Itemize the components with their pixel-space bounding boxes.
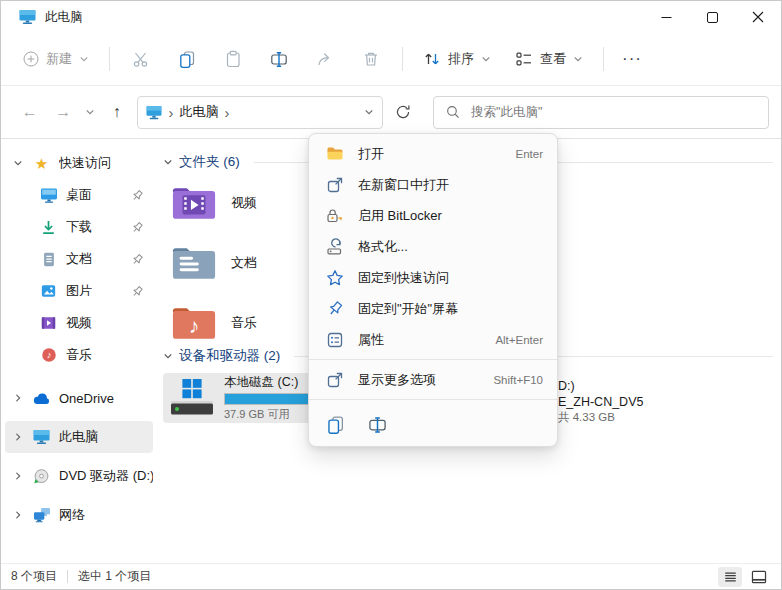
recent-locations-button[interactable] [80,96,100,128]
sidebar-item-quick-access[interactable]: ★ 快速访问 [5,147,153,179]
new-button[interactable]: 新建 [11,41,101,77]
dvd-name-line2: E_ZH-CN_DV5 [558,395,643,411]
menu-item-open[interactable]: 打开 Enter [309,138,557,169]
chevron-right-icon[interactable] [13,393,24,403]
search-icon [446,105,460,119]
toolbar-divider [402,47,403,71]
breadcrumb-separator: › [224,105,229,120]
sidebar-item-dvd-drive[interactable]: DVD 驱动器 (D:) C [5,460,153,492]
chevron-down-icon [79,54,89,64]
download-icon [39,219,58,236]
trash-icon [362,50,380,68]
network-icon [32,507,51,523]
back-button[interactable]: ← [13,96,47,128]
up-button[interactable]: ↑ [100,96,134,128]
menu-item-show-more-options[interactable]: 显示更多选项 Shift+F10 [309,364,557,395]
sidebar-item-documents[interactable]: 文档 [5,243,153,275]
sort-button[interactable]: 排序 [411,41,503,77]
this-pc-icon [146,105,162,120]
large-icons-view-button[interactable] [747,567,771,587]
maximize-icon [707,12,718,23]
view-toggle-group [718,567,771,587]
up-icon: ↑ [113,103,121,121]
svg-text:♪: ♪ [189,314,200,337]
menu-item-properties[interactable]: 属性 Alt+Enter [309,324,557,355]
copy-button[interactable] [164,41,210,77]
titlebar: 此电脑 [1,1,781,33]
paste-button[interactable] [210,41,256,77]
status-divider [67,570,68,583]
sidebar-item-label: 网络 [59,506,85,524]
sidebar-item-label: 快速访问 [59,154,111,172]
chevron-right-icon[interactable] [13,510,24,520]
sidebar-item-this-pc[interactable]: 此电脑 [5,421,153,453]
menu-item-label: 打开 [358,145,503,163]
properties-icon [325,331,345,349]
rename-button[interactable] [361,409,393,439]
view-button[interactable]: 查看 [503,41,595,77]
copy-button[interactable] [319,409,351,439]
forward-button[interactable]: → [47,96,81,128]
view-button-label: 查看 [540,50,566,68]
this-pc-icon [32,429,51,445]
sidebar-item-pictures[interactable]: 图片 [5,275,153,307]
pin-icon [131,221,144,234]
minimize-button[interactable] [643,1,689,33]
address-bar[interactable]: › 此电脑 › [137,96,383,129]
paste-clipboard-icon [224,50,242,68]
refresh-button[interactable] [386,96,420,128]
chevron-down-icon[interactable] [13,158,24,168]
navigation-pane: ★ 快速访问 桌面 下载 文档 图片 视频 ♪ 音乐 [1,139,157,563]
ellipsis-icon: ··· [622,49,642,69]
sidebar-item-onedrive[interactable]: OneDrive [5,382,153,414]
close-icon [752,11,764,23]
delete-button[interactable] [348,41,394,77]
menu-item-format[interactable]: 格式化... [309,231,557,262]
share-button[interactable] [302,41,348,77]
document-icon [39,251,58,268]
close-button[interactable] [735,1,781,33]
pin-icon [131,189,144,202]
menu-footer [309,404,557,444]
menu-item-label: 属性 [358,331,482,349]
sidebar-item-desktop[interactable]: 桌面 [5,179,153,211]
menu-item-label: 固定到快速访问 [358,269,530,287]
back-icon: ← [22,103,38,121]
sidebar-item-videos[interactable]: 视频 [5,307,153,339]
breadcrumb-this-pc[interactable]: 此电脑 [179,103,218,121]
search-box[interactable] [433,96,769,129]
menu-item-pin-to-start[interactable]: 固定到"开始"屏幕 [309,293,557,324]
details-view-button[interactable] [718,567,742,587]
rename-button[interactable] [256,41,302,77]
details-view-icon [723,570,738,584]
sidebar-item-music[interactable]: ♪ 音乐 [5,339,153,371]
breadcrumb-separator: › [168,105,173,120]
rename-icon [270,50,288,68]
pin-icon [131,285,144,298]
item-count: 8 个项目 [11,568,57,585]
chevron-right-icon[interactable] [13,471,24,481]
chevron-right-icon[interactable] [13,432,24,442]
sidebar-item-label: 文档 [66,250,92,268]
plus-circle-icon [23,51,39,67]
dvd-drive-tile-partial[interactable]: D:) E_ZH-CN_DV5 共 4.33 GB [558,379,643,426]
dvd-name-line1: D:) [558,379,643,395]
menu-separator [309,399,557,400]
menu-item-open-in-new-window[interactable]: 在新窗口中打开 [309,169,557,200]
menu-item-enable-bitlocker[interactable]: 启用 BitLocker [309,200,557,231]
share-icon [316,50,334,68]
address-dropdown-chevron-icon[interactable] [364,107,374,117]
sidebar-item-downloads[interactable]: 下载 [5,211,153,243]
menu-item-pin-to-quick-access[interactable]: 固定到快速访问 [309,262,557,293]
desktop-icon [39,187,58,204]
menu-item-label: 启用 BitLocker [358,207,530,225]
cut-button[interactable] [118,41,164,77]
view-list-icon [515,50,533,68]
cut-scissors-icon [132,50,150,68]
show-more-icon [325,371,345,389]
maximize-button[interactable] [689,1,735,33]
sidebar-item-label: 下载 [66,218,92,236]
search-input[interactable] [469,104,756,120]
sidebar-item-network[interactable]: 网络 [5,499,153,531]
see-more-button[interactable]: ··· [612,41,652,77]
